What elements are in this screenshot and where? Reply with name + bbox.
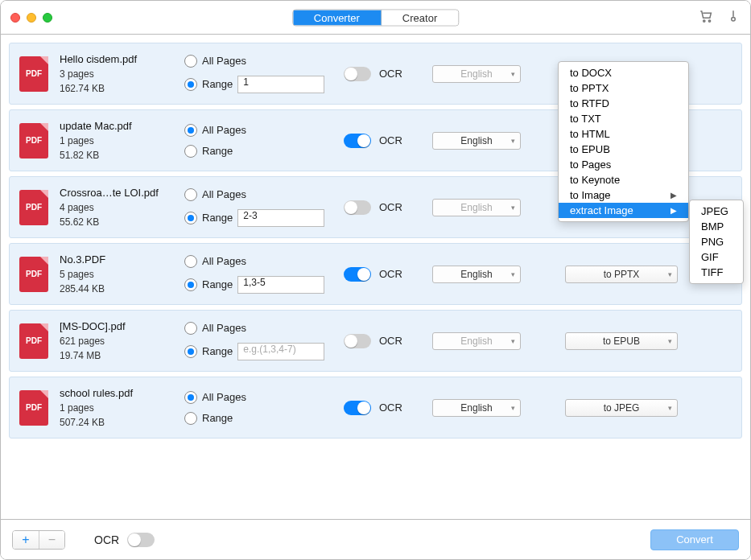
radio-range[interactable] <box>184 412 197 425</box>
radio-all-pages[interactable] <box>184 55 197 68</box>
language-select[interactable]: English ▾ <box>432 65 521 83</box>
radio-all-pages[interactable] <box>184 255 197 268</box>
ocr-label: OCR <box>379 268 402 280</box>
mode-segmented-control[interactable]: Converter Creator <box>292 9 459 26</box>
language-select[interactable]: English ▾ <box>432 332 521 350</box>
chevron-down-icon: ▾ <box>511 404 515 412</box>
language-select[interactable]: English ▾ <box>432 132 521 150</box>
ocr-label: OCR <box>379 335 402 347</box>
app-window: Converter Creator PDF Hello cisdem.pdf 3… <box>0 0 751 560</box>
file-row[interactable]: PDF No.3.PDF 5 pages 285.44 KB All Pages… <box>9 243 742 305</box>
convert-button[interactable]: Convert <box>650 529 739 550</box>
range-input[interactable]: e.g.(1,3,4-7) <box>237 343 324 360</box>
menu-item[interactable]: to PPTX <box>559 80 688 96</box>
file-pagecount: 1 pages <box>60 134 184 148</box>
range-input[interactable]: 2-3 <box>237 209 324 227</box>
file-pagecount: 621 pages <box>60 334 184 348</box>
range-input[interactable]: 1 <box>237 76 324 93</box>
menu-item[interactable]: to Image▶ <box>559 187 688 203</box>
chevron-right-icon: ▶ <box>671 206 677 215</box>
file-name: Hello cisdem.pdf <box>60 51 184 68</box>
file-row[interactable]: PDF [MS-DOC].pdf 621 pages 19.74 MB All … <box>9 310 742 372</box>
menu-item[interactable]: to DOCX <box>559 65 688 80</box>
svg-point-2 <box>732 17 736 21</box>
menu-item[interactable]: to HTML <box>559 126 688 142</box>
traffic-lights <box>10 13 52 23</box>
all-pages-label: All Pages <box>202 322 246 334</box>
remove-file-button[interactable]: − <box>39 531 64 549</box>
language-select[interactable]: English ▾ <box>432 266 521 283</box>
window-minimize-button[interactable] <box>27 13 36 23</box>
ocr-toggle[interactable] <box>344 401 371 415</box>
file-name: [MS-DOC].pdf <box>60 319 184 335</box>
ocr-toggle[interactable] <box>344 334 371 348</box>
page-selection: All Pages Range 1 <box>184 55 344 93</box>
thermometer-icon[interactable] <box>726 9 741 27</box>
submenu-item[interactable]: BMP <box>690 219 743 234</box>
file-size: 507.24 KB <box>60 415 184 430</box>
radio-range[interactable] <box>184 212 197 224</box>
pdf-file-icon: PDF <box>19 190 48 225</box>
submenu-item[interactable]: TIFF <box>690 265 743 280</box>
menu-item[interactable]: to RTFD <box>559 96 688 111</box>
window-zoom-button[interactable] <box>43 13 52 23</box>
submenu-item-label: TIFF <box>701 266 723 278</box>
tab-converter[interactable]: Converter <box>293 10 382 25</box>
menu-item-label: to DOCX <box>570 67 612 79</box>
radio-range[interactable] <box>184 78 197 91</box>
menu-item[interactable]: to TXT <box>559 111 688 126</box>
chevron-down-icon: ▾ <box>511 204 515 212</box>
submenu-item[interactable]: PNG <box>690 234 743 249</box>
tab-creator[interactable]: Creator <box>382 10 458 25</box>
page-selection: All Pages Range 1,3-5 <box>184 255 344 294</box>
format-select[interactable]: to EPUB ▾ <box>565 332 678 350</box>
window-close-button[interactable] <box>10 13 20 23</box>
menu-item-label: to Keynote <box>570 174 620 186</box>
add-file-button[interactable]: + <box>13 531 39 549</box>
file-row[interactable]: PDF school rules.pdf 1 pages 507.24 KB A… <box>9 377 742 439</box>
menu-item-label: to Pages <box>570 159 611 171</box>
menu-item-label: to HTML <box>570 128 610 140</box>
ocr-toggle[interactable] <box>344 200 371 215</box>
file-name: No.3.PDF <box>60 252 184 268</box>
language-select[interactable]: English ▾ <box>432 399 521 417</box>
radio-range[interactable] <box>184 345 197 358</box>
format-dropdown-submenu[interactable]: JPEGBMPPNGGIFTIFF <box>689 200 744 284</box>
ocr-toggle[interactable] <box>344 67 371 81</box>
chevron-down-icon: ▾ <box>668 270 672 278</box>
menu-item-label: to Image <box>570 189 611 201</box>
menu-item[interactable]: to EPUB <box>559 142 688 157</box>
radio-all-pages[interactable] <box>184 322 197 335</box>
menu-item-label: to TXT <box>570 113 601 125</box>
file-pagecount: 1 pages <box>60 401 184 415</box>
radio-all-pages[interactable] <box>184 124 197 137</box>
svg-point-0 <box>704 19 705 21</box>
svg-point-1 <box>708 19 710 21</box>
menu-item[interactable]: extract Image▶ <box>559 203 688 218</box>
radio-range[interactable] <box>184 278 197 291</box>
ocr-label: OCR <box>379 68 402 80</box>
menu-item-label: to PPTX <box>570 82 609 94</box>
ocr-toggle[interactable] <box>344 267 371 282</box>
ocr-toggle[interactable] <box>344 134 371 148</box>
submenu-item[interactable]: JPEG <box>690 204 743 219</box>
radio-all-pages[interactable] <box>184 188 197 201</box>
range-label: Range <box>202 412 233 424</box>
range-label: Range <box>202 212 233 224</box>
language-value: English <box>460 269 492 280</box>
file-info: No.3.PDF 5 pages 285.44 KB <box>60 252 184 297</box>
menu-item[interactable]: to Pages <box>559 157 688 172</box>
submenu-item-label: BMP <box>701 220 724 233</box>
format-select[interactable]: to PPTX ▾ <box>565 266 678 283</box>
radio-all-pages[interactable] <box>184 391 197 404</box>
format-dropdown-menu[interactable]: to DOCXto PPTXto RTFDto TXTto HTMLto EPU… <box>558 61 689 222</box>
menu-item[interactable]: to Keynote <box>559 172 688 187</box>
global-ocr-toggle[interactable] <box>127 533 155 547</box>
submenu-item[interactable]: GIF <box>690 249 743 265</box>
range-input[interactable]: 1,3-5 <box>237 276 324 294</box>
range-label: Range <box>202 78 233 90</box>
format-select[interactable]: to JPEG ▾ <box>565 399 678 417</box>
radio-range[interactable] <box>184 145 197 158</box>
cart-icon[interactable] <box>699 9 713 27</box>
language-select[interactable]: English ▾ <box>432 199 521 216</box>
